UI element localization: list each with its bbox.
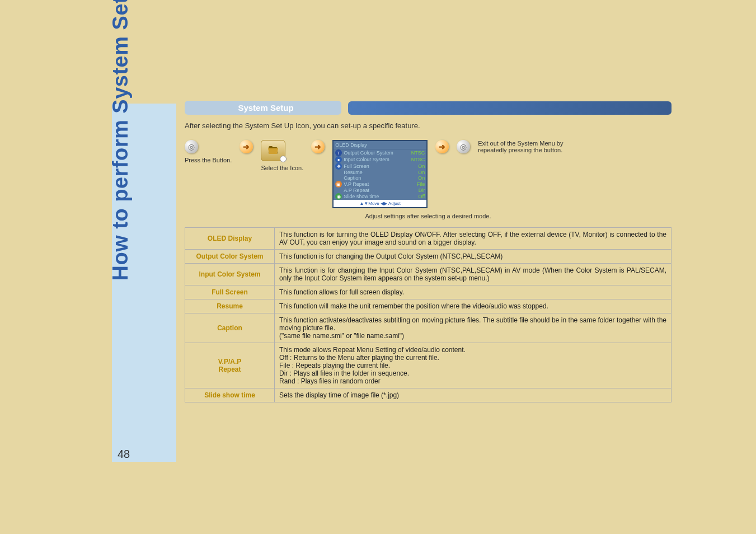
osd-item-label: A.P Repeat <box>335 188 417 193</box>
osd-banner: OLED Display <box>334 141 426 149</box>
osd-item-value: Off <box>418 194 425 199</box>
osd-item-value: Dir <box>419 188 425 193</box>
table-row: Resume This function will make the unit … <box>185 299 672 313</box>
osd-icon: T <box>335 149 342 156</box>
settings-table: OLED Display This function is for turnin… <box>185 227 672 402</box>
row-label: Full Screen <box>185 285 275 299</box>
osd-caption-text: Adjust settings after selecting a desire… <box>185 213 672 219</box>
osd-item-label: Resume <box>335 170 416 175</box>
osd-item-label: Slide show time <box>344 194 416 199</box>
section-title: System Setup <box>185 101 341 115</box>
osd-icon: ● <box>335 156 342 163</box>
table-row: Full Screen This function allows for ful… <box>185 285 672 299</box>
table-row: Caption This function activates/deactiva… <box>185 313 672 343</box>
button-icon: ◎ <box>185 140 198 153</box>
button-icon: ◎ <box>457 140 470 153</box>
osd-icon: ▣ <box>335 181 342 188</box>
table-row: Slide show time Sets the display time of… <box>185 388 672 402</box>
row-desc: This function is for changing the Output… <box>275 250 672 264</box>
arrow-icon: ➜ <box>240 140 253 153</box>
osd-item-value: NTSC <box>411 150 425 156</box>
row-desc: This function will make the unit remembe… <box>275 299 672 313</box>
row-label: Resume <box>185 299 275 313</box>
row-label: Output Color System <box>185 250 275 264</box>
osd-item-value: File <box>417 181 425 187</box>
title-decoration <box>348 101 672 115</box>
step-label: Press the Button. <box>185 157 232 163</box>
row-desc: This mode allows Repeat Menu Setting of … <box>275 343 672 388</box>
row-desc: This function allows for full screen dis… <box>275 285 672 299</box>
osd-panel: OLED Display TOutput Colour SystemNTSC ●… <box>332 140 428 208</box>
page-number: 48 <box>112 447 135 462</box>
setup-folder-icon <box>261 140 285 161</box>
step-label: Exit out of the System Menu by repeatedl… <box>478 140 590 153</box>
step-label: Select the Icon. <box>261 165 303 171</box>
side-title: How to perform System Set Up <box>109 0 133 281</box>
title-bar: System Setup <box>185 101 672 115</box>
table-row: OLED Display This function is for turnin… <box>185 228 672 250</box>
osd-item-value: On <box>418 163 425 169</box>
table-row: V.P/A.P Repeat This mode allows Repeat M… <box>185 343 672 388</box>
osd-icon: ❖ <box>335 163 342 170</box>
row-desc: This function is for turning the OLED Di… <box>275 228 672 250</box>
osd-item-label: Input Colour System <box>344 157 410 162</box>
content-area: System Setup After selecting the System … <box>185 101 672 402</box>
osd-icon: ◉ <box>335 193 342 200</box>
osd-item-value: NTSC <box>411 157 425 162</box>
step-press-button: ◎ Press the Button. <box>185 140 232 163</box>
osd-item-label: Caption <box>335 175 416 181</box>
arrow-icon: ➜ <box>311 140 325 153</box>
table-row: Output Color System This function is for… <box>185 250 672 264</box>
osd-item-label: Output Colour System <box>344 150 410 156</box>
step-exit: ◎ Exit out of the System Menu by repeate… <box>457 140 590 153</box>
osd-item-value: On <box>418 170 425 175</box>
table-row: Input Color System This function is for … <box>185 264 672 285</box>
row-desc: Sets the display time of image file (*.j… <box>275 388 672 402</box>
row-desc: This function activates/deactivates subt… <box>275 313 672 343</box>
row-label: Slide show time <box>185 388 275 402</box>
osd-item-value: On <box>418 175 425 181</box>
osd-item-label: V.P Repeat <box>344 181 415 187</box>
arrow-icon: ➜ <box>435 140 449 153</box>
row-label: V.P/A.P Repeat <box>185 343 275 388</box>
row-label: Input Color System <box>185 264 275 285</box>
row-label: Caption <box>185 313 275 343</box>
row-label: OLED Display <box>185 228 275 250</box>
steps-row: ◎ Press the Button. ➜ Select the Icon. ➜… <box>185 140 672 208</box>
row-desc: This function is for changing the Input … <box>275 264 672 285</box>
osd-item-label: Full Screen <box>344 163 416 169</box>
step-select-icon: Select the Icon. <box>261 140 303 171</box>
osd-title: OLED Display <box>335 142 367 148</box>
intro-text: After selecting the System Set Up Icon, … <box>185 121 672 130</box>
osd-hint: ▲▼Move ◀▶ Adjust <box>334 200 426 207</box>
